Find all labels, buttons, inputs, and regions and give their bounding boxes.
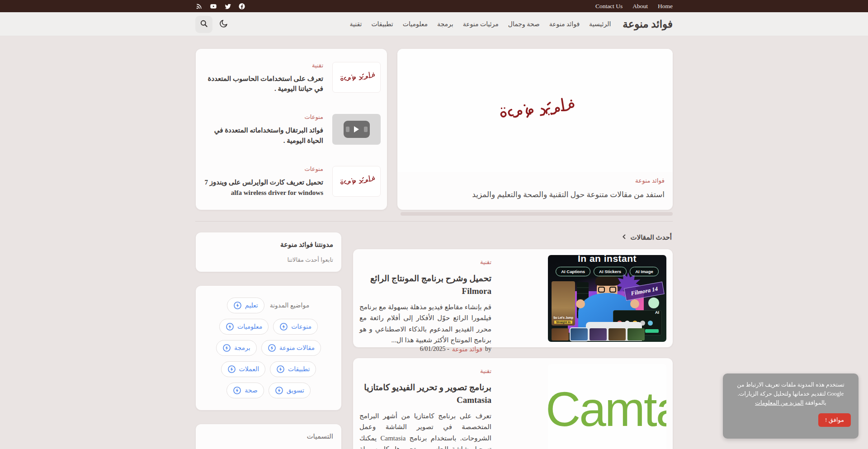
site-header: فوائد منوعة الرئيسية فوائد منوعة صحة وجم…: [0, 12, 868, 36]
tag-pill[interactable]: منوعات: [273, 319, 318, 335]
tag-label: تطبيقات: [288, 365, 310, 373]
ticker-thumbnail: [332, 62, 381, 93]
chevron-left-icon: [621, 234, 627, 241]
bolt-icon: [222, 344, 231, 352]
post-thumbnail-camtasia[interactable]: Camta: [548, 364, 666, 449]
thumb-headline: In an instant: [548, 255, 666, 264]
ticker-item[interactable]: منوعات فوائد البرتقال واستخداماته المتعد…: [202, 113, 381, 146]
ticker-category[interactable]: منوعات: [304, 113, 323, 121]
calligraphy-image: [492, 96, 578, 124]
labels-widget-title: التسميات: [204, 432, 333, 440]
nav-item-videos[interactable]: مرئيات منوعة: [463, 20, 499, 28]
author-link[interactable]: فوائد منوعة: [452, 345, 482, 353]
post-meta: by فوائد منوعة - 6/01/2025: [359, 345, 491, 353]
post-excerpt: قم بإنشاء مقاطع فيديو مذهلة بسهولة مع بر…: [359, 302, 491, 345]
tag-pill[interactable]: مقالات منوعة: [261, 340, 321, 356]
rss-icon[interactable]: [195, 3, 203, 10]
thumb-caption: Straight In: [554, 321, 572, 324]
cookie-accept-button[interactable]: موافق !: [818, 413, 851, 427]
topbar-nav: Contact Us About Home: [595, 3, 673, 10]
site-title[interactable]: فوائد منوعة: [623, 18, 673, 30]
post-thumbnail-filmora[interactable]: So Let's Jump Straight In Filmora 14: [548, 255, 666, 342]
featured-post-card[interactable]: فوائد منوعة استفد من مقالات متنوعة حول ا…: [397, 49, 673, 210]
topbar-link-contact[interactable]: Contact Us: [595, 3, 623, 10]
twitter-icon[interactable]: [224, 3, 231, 10]
cookie-more-info-link[interactable]: المزيد من المعلومات: [755, 400, 803, 406]
ai-stickers-pill: AI Stickers: [594, 267, 627, 276]
calligraphy-image: [337, 175, 377, 188]
labels-widget: التسميات تقنية تعليم فوائد منوعة: [196, 424, 341, 449]
latest-posts-heading[interactable]: أحدث المقالات: [354, 233, 672, 241]
ticker-card: تقنية تعرف على استخدامات الحاسوب المتعدد…: [196, 49, 387, 210]
nav-item-benefits[interactable]: فوائد منوعة: [549, 20, 580, 28]
tag-label: برمجة: [234, 344, 250, 352]
post-title[interactable]: برنامج تصوير و تحرير الفيديو كامتازيا Ca…: [359, 381, 491, 406]
ticker-title[interactable]: تعرف على استخدامات الحاسوب المتعددة في ح…: [202, 74, 323, 94]
tag-pill[interactable]: صحة: [226, 383, 264, 398]
nav-item-home[interactable]: الرئيسية: [589, 20, 611, 28]
youtube-icon[interactable]: [209, 3, 217, 10]
post-category-link[interactable]: تقنية: [359, 368, 491, 375]
featured-post-title[interactable]: استفد من مقالات متنوعة حول التقنية والصح…: [406, 190, 665, 199]
bolt-icon: [233, 386, 241, 395]
featured-category-link[interactable]: فوائد منوعة: [635, 177, 665, 184]
ticker-title[interactable]: تحميل تعريف كارت الوايرلس على ويندوز 7 a…: [202, 177, 323, 198]
tag-pill[interactable]: تطبيقات: [270, 361, 316, 377]
nav-item-tech[interactable]: تقنية: [349, 20, 362, 28]
bolt-icon: [233, 301, 242, 310]
search-icon: [199, 19, 208, 29]
thumb-caption: So Let's Jump: [552, 316, 575, 319]
post-category-link[interactable]: تقنية: [359, 259, 491, 266]
post-title[interactable]: تحميل وشرح برنامج المونتاج الرائع Filmor…: [359, 272, 491, 297]
bolt-icon: [279, 322, 288, 331]
tag-pill[interactable]: العملات: [221, 361, 266, 377]
cookie-message: تستخدم هذه المدونة ملفات تعريف الارتباط …: [731, 380, 851, 407]
post-card-filmora[interactable]: So Let's Jump Straight In Filmora 14: [353, 249, 673, 347]
nav-item-health[interactable]: صحة وجمال: [508, 20, 540, 28]
nav-item-programming[interactable]: برمجة: [437, 20, 453, 28]
bolt-icon: [268, 344, 276, 352]
nav-item-apps[interactable]: تطبيقات: [371, 20, 393, 28]
topics-widget-title: مواضيع المدونة: [270, 302, 309, 309]
ticker-category[interactable]: منوعات: [304, 165, 323, 173]
about-widget: مدونتنا فوائد منوعة تابعوا أحدث مقالاتنا: [196, 232, 341, 272]
byline-label: by: [485, 345, 491, 353]
tag-pill[interactable]: معلوميات: [219, 319, 269, 335]
tag-label: صحة: [245, 387, 257, 394]
horizontal-scrollbar[interactable]: [195, 212, 673, 216]
ticker-item[interactable]: تقنية تعرف على استخدامات الحاسوب المتعدد…: [202, 61, 381, 94]
topbar-link-about[interactable]: About: [632, 3, 648, 10]
about-widget-link[interactable]: تابعوا أحدث مقالاتنا: [204, 256, 333, 264]
calligraphy-image: [337, 71, 377, 84]
tag-pill[interactable]: تسويق: [269, 383, 311, 398]
sidebar: مدونتنا فوائد منوعة تابعوا أحدث مقالاتنا…: [196, 232, 341, 449]
post-date: - 6/01/2025: [420, 345, 449, 353]
tag-pill[interactable]: تعليم: [227, 298, 264, 313]
topics-widget: مواضيع المدونة تعليم منوعات معلوميات مقا…: [196, 286, 341, 410]
facebook-icon[interactable]: [238, 3, 245, 10]
ai-smiley-badge: [648, 298, 659, 308]
scrollbar-thumb[interactable]: [401, 212, 673, 216]
google-brand-label: Google: [827, 391, 844, 397]
search-button[interactable]: [195, 16, 212, 33]
post-card-camtasia[interactable]: Camta تقنية برنامج تصوير و تحرير الفيديو…: [353, 358, 673, 449]
cookie-consent-popup: تستخدم هذه المدونة ملفات تعريف الارتباط …: [723, 373, 859, 439]
latest-posts-section: أحدث المقالات So Let's Jump Straight In: [353, 232, 673, 449]
ticker-category[interactable]: تقنية: [312, 62, 323, 69]
bolt-icon: [226, 322, 234, 331]
ticker-title-english: alfa wireless driver for windows: [231, 189, 323, 196]
topbar-link-home[interactable]: Home: [658, 3, 673, 10]
social-links: [195, 3, 245, 10]
featured-post-image: [397, 49, 673, 172]
ticker-title[interactable]: فوائد البرتقال واستخداماته المتعددة في ا…: [202, 125, 323, 146]
top-bar: Contact Us About Home: [0, 0, 868, 12]
tag-label: معلوميات: [237, 323, 262, 331]
nav-item-informatics[interactable]: معلوميات: [403, 20, 428, 28]
play-icon: [354, 126, 359, 132]
dark-mode-toggle[interactable]: [215, 16, 232, 33]
tag-pill[interactable]: برمجة: [216, 340, 257, 356]
tag-label: مقالات منوعة: [279, 344, 315, 352]
ticker-item[interactable]: منوعات تحميل تعريف كارت الوايرلس على وين…: [202, 165, 381, 198]
tag-label: تعليم: [245, 302, 258, 309]
ticker-title-arabic: تحميل تعريف كارت الوايرلس على ويندوز 7: [205, 179, 323, 186]
